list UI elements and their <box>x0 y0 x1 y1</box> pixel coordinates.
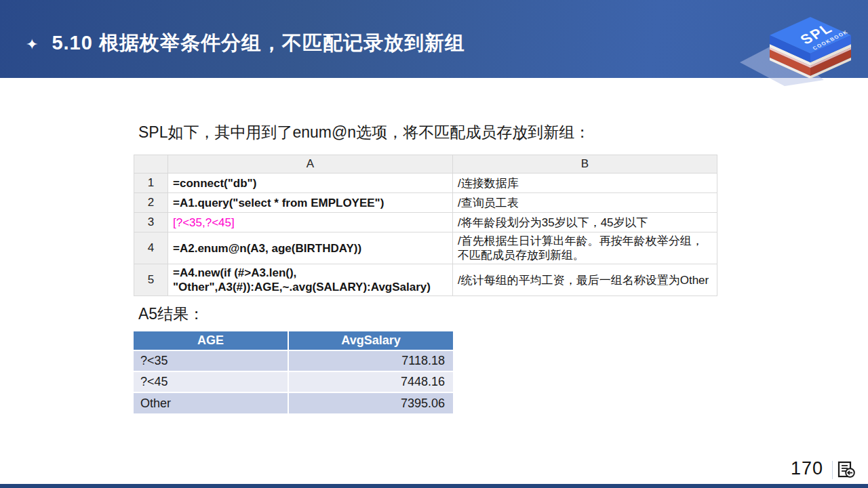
spl-header-row: A B <box>134 155 717 174</box>
age-cell: Other <box>134 392 288 413</box>
row-number: 1 <box>134 174 168 193</box>
avgsalary-cell: 7395.06 <box>288 392 453 413</box>
result-header-avgsalary: AvgSalary <box>288 331 453 350</box>
code-cell: =connect("db") <box>168 174 453 193</box>
comment-cell: /查询员工表 <box>453 193 717 213</box>
avgsalary-cell: 7118.18 <box>288 350 453 371</box>
row-number: 5 <box>134 264 168 296</box>
title-row: ✦ 5.10 根据枚举条件分组，不匹配记录放到新组 <box>26 30 465 57</box>
age-cell: ?<45 <box>134 371 288 392</box>
code-cell: =A4.new(if (#>A3.len(), "Other",A3(#)):A… <box>168 264 453 296</box>
spl-row-2: 2 =A1.query("select * from EMPLOYEE") /查… <box>134 193 717 213</box>
spl-row-1: 1 =connect("db") /连接数据库 <box>134 174 717 193</box>
code-cell: =A1.query("select * from EMPLOYEE") <box>168 193 453 213</box>
return-to-contents-icon[interactable] <box>837 460 856 479</box>
row-number: 3 <box>134 213 168 232</box>
code-cell-highlighted: [?<35,?<45] <box>168 213 453 232</box>
result-header-age: AGE <box>134 331 288 350</box>
page-number: 170 <box>791 458 823 479</box>
footer-divider <box>832 461 833 479</box>
result-table: AGE AvgSalary ?<35 7118.18 ?<45 7448.16 … <box>134 331 453 413</box>
intro-text: SPL如下，其中用到了enum@n选项，将不匹配成员存放到新组： <box>138 122 590 143</box>
comment-cell: /首先根据生日计算出年龄。再按年龄枚举分组，不匹配成员存放到新组。 <box>453 232 717 264</box>
avgsalary-cell: 7448.16 <box>288 371 453 392</box>
result-row: ?<45 7448.16 <box>134 371 453 392</box>
bottom-accent-bar <box>0 484 868 488</box>
spl-row-4: 4 =A2.enum@n(A3, age(BIRTHDAY)) /首先根据生日计… <box>134 232 717 264</box>
slide-header: ✦ 5.10 根据枚举条件分组，不匹配记录放到新组 SPL COOKBOOK <box>0 0 868 78</box>
column-header-a: A <box>168 155 453 174</box>
comment-cell: /连接数据库 <box>453 174 717 193</box>
result-row: ?<35 7118.18 <box>134 350 453 371</box>
spl-row-3: 3 [?<35,?<45] /将年龄段划分为35岁以下，45岁以下 <box>134 213 717 232</box>
row-number: 2 <box>134 193 168 213</box>
code-cell: =A2.enum@n(A3, age(BIRTHDAY)) <box>168 232 453 264</box>
result-header-row: AGE AvgSalary <box>134 331 453 350</box>
comment-cell: /统计每组的平均工资，最后一组名称设置为Other <box>453 264 717 296</box>
row-number: 4 <box>134 232 168 264</box>
spl-code-table: A B 1 =connect("db") /连接数据库 2 =A1.query(… <box>134 155 717 296</box>
age-cell: ?<35 <box>134 350 288 371</box>
spl-row-5: 5 =A4.new(if (#>A3.len(), "Other",A3(#))… <box>134 264 717 296</box>
result-label: A5结果： <box>138 304 204 325</box>
page-title: 5.10 根据枚举条件分组，不匹配记录放到新组 <box>52 30 465 57</box>
column-header-b: B <box>453 155 717 174</box>
corner-cell <box>134 155 168 174</box>
comment-cell: /将年龄段划分为35岁以下，45岁以下 <box>453 213 717 232</box>
result-row: Other 7395.06 <box>134 392 453 413</box>
star-bullet-icon: ✦ <box>26 37 38 52</box>
spl-cookbook-logo: SPL COOKBOOK <box>736 1 861 86</box>
